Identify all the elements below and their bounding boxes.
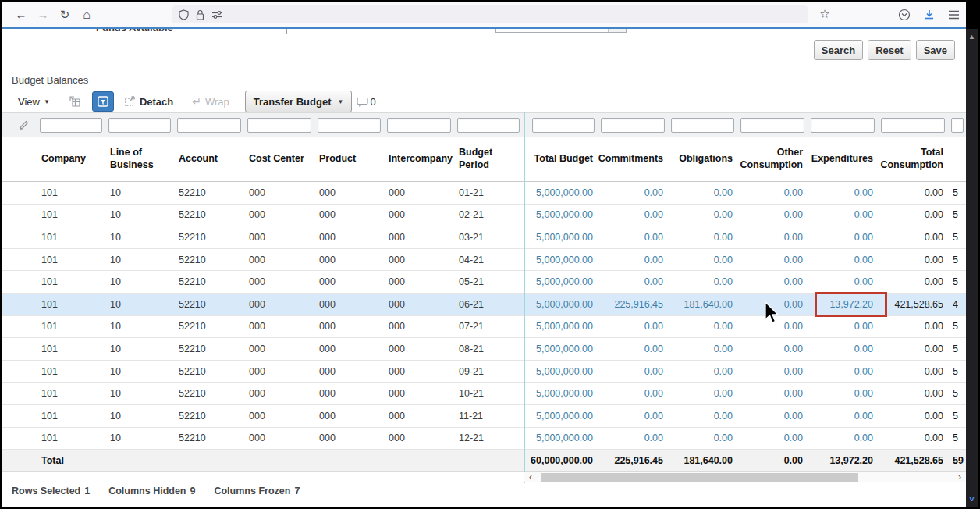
table-row[interactable]: 101105221000000000011-215,000,000.000.00… xyxy=(2,405,966,428)
horizontal-scrollbar[interactable]: ‹ › xyxy=(524,472,966,482)
cell-other-consumption[interactable]: 0.00 xyxy=(737,182,808,204)
cell-commitments[interactable]: 0.00 xyxy=(598,338,668,360)
table-row[interactable]: 101105221000000000003-215,000,000.000.00… xyxy=(2,226,966,249)
cell-obligations[interactable]: 0.00 xyxy=(668,205,737,226)
cell-total-budget[interactable]: 5,000,000.00 xyxy=(529,361,598,383)
column-header-budget-period[interactable]: Budget Period xyxy=(454,137,523,181)
freeze-columns-icon[interactable] xyxy=(69,95,81,108)
cell-other-consumption[interactable]: 0.00 xyxy=(737,271,808,293)
cell-obligations[interactable]: 0.00 xyxy=(668,428,737,450)
vertical-scrollbar[interactable]: ▲ ˅ xyxy=(966,29,978,507)
cell-expenditures[interactable]: 13,972.20 xyxy=(808,294,878,315)
download-icon[interactable] xyxy=(923,9,936,21)
cell-total-budget[interactable]: 5,000,000.00 xyxy=(529,316,598,338)
cell-commitments[interactable]: 0.00 xyxy=(598,182,668,204)
cell-obligations[interactable]: 0.00 xyxy=(668,271,737,293)
table-row[interactable]: 101105221000000000001-215,000,000.000.00… xyxy=(2,182,966,205)
cell-commitments[interactable]: 0.00 xyxy=(598,383,668,404)
cell-other-consumption[interactable]: 0.00 xyxy=(737,428,808,450)
clipped-combobox[interactable] xyxy=(495,29,627,33)
save-button[interactable]: Save xyxy=(916,40,955,60)
filter-input-total-consumption[interactable] xyxy=(881,118,945,133)
cell-commitments[interactable]: 0.00 xyxy=(598,405,668,427)
filter-input-obligations[interactable] xyxy=(671,118,734,133)
filter-input-total-budget[interactable] xyxy=(532,118,595,133)
column-header-other-consumption[interactable]: Other Consumption xyxy=(737,137,808,181)
column-header-intercompany[interactable]: Intercompany xyxy=(384,137,454,181)
url-bar[interactable] xyxy=(172,5,808,23)
cell-total-budget[interactable]: 5,000,000.00 xyxy=(529,226,598,248)
forward-icon[interactable]: → xyxy=(32,8,54,21)
column-header-product[interactable]: Product xyxy=(314,137,384,181)
cell-other-consumption[interactable]: 0.00 xyxy=(737,316,808,338)
back-icon[interactable]: ← xyxy=(10,8,32,21)
reload-icon[interactable]: ↻ xyxy=(54,8,76,22)
scroll-left-icon[interactable]: ‹ xyxy=(524,472,537,482)
cell-expenditures[interactable]: 0.00 xyxy=(808,428,878,450)
table-row[interactable]: 101105221000000000006-215,000,000.00225,… xyxy=(2,294,966,316)
cell-obligations[interactable]: 0.00 xyxy=(668,316,737,338)
table-row[interactable]: 101105221000000000008-215,000,000.000.00… xyxy=(2,338,966,361)
bookmark-star-icon[interactable]: ☆ xyxy=(814,7,836,21)
column-header-account[interactable]: Account xyxy=(174,137,244,181)
column-header-expenditures[interactable]: Expenditures xyxy=(808,137,878,181)
transfer-budget-button[interactable]: Transfer Budget▼ xyxy=(245,91,353,112)
cell-expenditures[interactable]: 0.00 xyxy=(808,405,878,427)
column-header-commitments[interactable]: Commitments xyxy=(598,137,668,181)
cell-other-consumption[interactable]: 0.00 xyxy=(737,383,808,404)
cell-other-consumption[interactable]: 0.00 xyxy=(737,249,808,271)
cell-total-budget[interactable]: 5,000,000.00 xyxy=(529,405,598,427)
cell-expenditures[interactable]: 0.00 xyxy=(808,226,878,248)
cell-total-budget[interactable]: 5,000,000.00 xyxy=(529,428,598,450)
cell-expenditures[interactable]: 0.00 xyxy=(808,271,878,293)
cell-total-budget[interactable]: 5,000,000.00 xyxy=(529,271,598,293)
cell-total-budget[interactable]: 5,000,000.00 xyxy=(529,182,598,204)
filter-input-commitments[interactable] xyxy=(601,118,665,133)
filter-input-product[interactable] xyxy=(318,118,381,133)
column-header-total-budget[interactable]: Total Budget xyxy=(529,137,598,181)
cell-total-budget[interactable]: 5,000,000.00 xyxy=(529,383,598,404)
filter-input-cost-center[interactable] xyxy=(247,118,311,133)
cell-commitments[interactable]: 0.00 xyxy=(598,205,668,226)
cell-obligations[interactable]: 0.00 xyxy=(668,249,737,271)
column-header-cost-center[interactable]: Cost Center xyxy=(244,137,314,181)
cell-commitments[interactable]: 0.00 xyxy=(598,428,668,450)
edit-pencil-icon[interactable] xyxy=(10,120,37,130)
cell-expenditures[interactable]: 0.00 xyxy=(808,316,878,338)
wrap-button[interactable]: ↵ Wrap xyxy=(192,95,229,108)
cell-obligations[interactable]: 0.00 xyxy=(668,226,737,248)
cell-commitments[interactable]: 0.00 xyxy=(598,361,668,383)
cell-total-budget[interactable]: 5,000,000.00 xyxy=(529,249,598,271)
cell-expenditures[interactable]: 0.00 xyxy=(808,383,878,404)
column-header-obligations[interactable]: Obligations xyxy=(668,137,737,181)
pocket-icon[interactable] xyxy=(898,9,911,21)
table-row[interactable]: 101105221000000000005-215,000,000.000.00… xyxy=(2,271,966,294)
cell-commitments[interactable]: 0.00 xyxy=(598,226,668,248)
cell-commitments[interactable]: 0.00 xyxy=(598,271,668,293)
cell-other-consumption[interactable]: 0.00 xyxy=(737,294,808,315)
cell-other-consumption[interactable]: 0.00 xyxy=(737,226,808,248)
cell-obligations[interactable]: 0.00 xyxy=(668,182,737,204)
cell-total-budget[interactable]: 5,000,000.00 xyxy=(529,205,598,226)
table-row[interactable]: 101105221000000000009-215,000,000.000.00… xyxy=(2,361,966,383)
funds-available-input[interactable]: All amounts xyxy=(176,29,287,34)
cell-obligations[interactable]: 0.00 xyxy=(668,338,737,360)
cell-commitments[interactable]: 0.00 xyxy=(598,249,668,271)
home-icon[interactable]: ⌂ xyxy=(76,8,98,22)
view-menu[interactable]: View▼ xyxy=(18,96,50,108)
table-row[interactable]: 101105221000000000012-215,000,000.000.00… xyxy=(2,428,966,450)
cell-expenditures[interactable]: 0.00 xyxy=(808,338,878,360)
scroll-down-icon[interactable]: ˅ xyxy=(966,494,978,504)
cell-total-budget[interactable]: 5,000,000.00 xyxy=(529,294,598,315)
cell-obligations[interactable]: 0.00 xyxy=(668,405,737,427)
column-header-total-consumption[interactable]: Total Consumption xyxy=(878,137,948,181)
menu-hamburger-icon[interactable] xyxy=(948,10,960,20)
filter-input-company[interactable] xyxy=(40,118,102,133)
filter-input-expenditures[interactable] xyxy=(811,118,875,133)
scroll-right-icon[interactable]: › xyxy=(953,472,966,482)
cell-expenditures[interactable]: 0.00 xyxy=(808,361,878,383)
combo-dropdown-button[interactable] xyxy=(608,29,626,32)
cell-other-consumption[interactable]: 0.00 xyxy=(737,361,808,383)
filter-input-line-of-business[interactable] xyxy=(108,118,171,133)
cell-commitments[interactable]: 225,916.45 xyxy=(598,294,668,315)
